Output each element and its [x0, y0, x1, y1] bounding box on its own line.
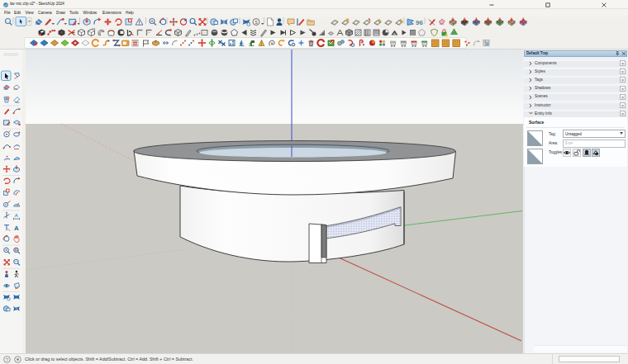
- svg-text:A: A: [14, 225, 19, 232]
- svg-text:96: 96: [416, 19, 423, 26]
- svg-text:A: A: [15, 213, 18, 218]
- svg-text:s: s: [255, 19, 258, 25]
- svg-text:?: ?: [6, 357, 9, 362]
